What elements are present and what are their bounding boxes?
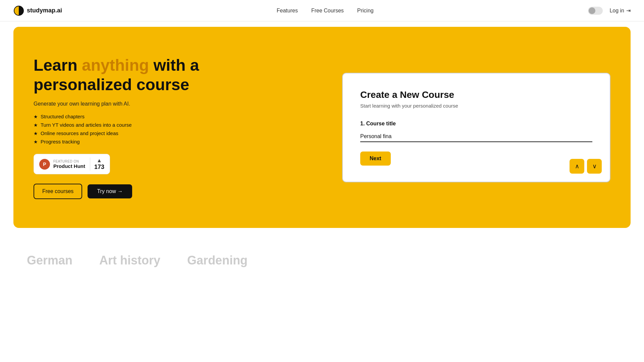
- logo-text: studymap.ai: [27, 7, 62, 14]
- product-hunt-badge[interactable]: P FEATURED ON Product Hunt ▲ 173: [34, 154, 110, 174]
- bottom-course-title-art: Art history: [99, 253, 160, 267]
- field-label: 1. Course title: [360, 121, 592, 127]
- bottom-courses-section: German Art history Gardening: [0, 233, 644, 267]
- hero-right: Create a New Course Start learning with …: [342, 73, 610, 182]
- product-hunt-text: FEATURED ON Product Hunt: [53, 160, 85, 169]
- hero-left: Learn anything with a personalized cours…: [34, 56, 201, 199]
- ph-arrow-icon: ▲: [97, 158, 102, 164]
- try-now-button[interactable]: Try now →: [88, 184, 132, 198]
- theme-toggle[interactable]: [588, 7, 603, 15]
- ph-name: Product Hunt: [53, 163, 85, 169]
- heading-highlight: anything: [82, 56, 149, 74]
- heading-start: Learn: [34, 56, 82, 74]
- feature-2: ★Turn YT videos and articles into a cour…: [34, 122, 201, 128]
- feature-4: ★Progress tracking: [34, 139, 201, 144]
- nav-pricing[interactable]: Pricing: [357, 8, 374, 14]
- ph-count: 173: [94, 164, 104, 171]
- nav-features[interactable]: Features: [277, 8, 298, 14]
- card-nav-up[interactable]: ∧: [570, 159, 584, 174]
- next-button[interactable]: Next: [360, 152, 391, 166]
- hero-features: ★Structured chapters ★Turn YT videos and…: [34, 114, 201, 144]
- brand: studymap.ai: [13, 5, 62, 16]
- navbar: studymap.ai Features Free Courses Pricin…: [0, 0, 644, 21]
- login-label: Log in: [609, 8, 624, 14]
- product-hunt-logo: P: [39, 159, 50, 170]
- free-courses-button[interactable]: Free courses: [34, 184, 82, 199]
- hero-section: Learn anything with a personalized cours…: [13, 27, 631, 228]
- bottom-course-gardening: Gardening: [187, 253, 248, 267]
- navbar-center: Features Free Courses Pricing: [277, 8, 374, 14]
- card-title: Create a New Course: [360, 89, 592, 100]
- card-nav-down[interactable]: ∨: [587, 159, 602, 174]
- login-button[interactable]: Log in ⇥: [609, 7, 631, 14]
- feature-3: ★Online resources and project ideas: [34, 130, 201, 136]
- star-icon-3: ★: [34, 131, 38, 136]
- bottom-course-art: Art history: [99, 253, 160, 267]
- bottom-course-title-gardening: Gardening: [187, 253, 248, 267]
- logo-icon: [13, 5, 24, 16]
- card-subtitle: Start learning with your personalized co…: [360, 103, 592, 109]
- course-card: Create a New Course Start learning with …: [342, 73, 610, 182]
- toggle-knob: [589, 7, 595, 14]
- hero-subtext: Generate your own learning plan with AI.: [34, 101, 201, 107]
- login-icon: ⇥: [626, 7, 631, 14]
- bottom-course-title-german: German: [27, 253, 72, 267]
- toggle-track[interactable]: [588, 7, 603, 15]
- feature-1: ★Structured chapters: [34, 114, 201, 119]
- nav-free-courses[interactable]: Free Courses: [311, 8, 344, 14]
- hero-buttons: Free courses Try now →: [34, 184, 201, 199]
- hero-heading: Learn anything with a personalized cours…: [34, 56, 201, 94]
- ph-featured-label: FEATURED ON: [53, 160, 85, 163]
- bottom-course-german: German: [27, 253, 72, 267]
- star-icon-1: ★: [34, 114, 38, 119]
- card-navigation: ∧ ∨: [570, 159, 602, 174]
- course-title-input[interactable]: [360, 131, 592, 142]
- star-icon-4: ★: [34, 139, 38, 144]
- product-hunt-score: ▲ 173: [90, 158, 104, 171]
- star-icon-2: ★: [34, 122, 38, 128]
- navbar-right: Log in ⇥: [588, 7, 631, 15]
